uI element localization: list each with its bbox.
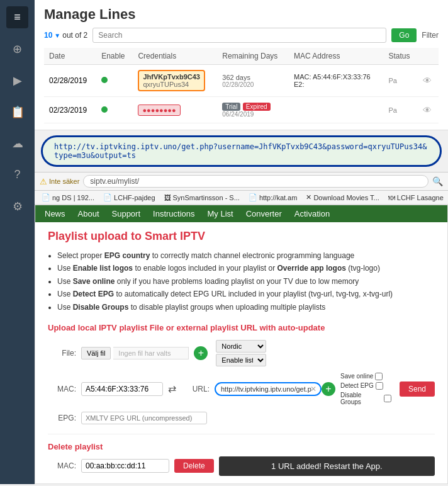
- delete-button[interactable]: Delete: [174, 459, 214, 473]
- mac-label: MAC:: [48, 385, 76, 393]
- table-row: 02/23/2019 ●●●●●●●● Trial Expired 06/24/…: [44, 97, 439, 123]
- convert-icon[interactable]: ⇄: [168, 383, 176, 395]
- nav-support[interactable]: Support: [112, 209, 141, 218]
- count-num: 10: [44, 31, 52, 40]
- bookmark-label-lchf: LCHF-pajdeg: [114, 194, 155, 201]
- eye-icon[interactable]: 👁: [423, 76, 432, 86]
- nav-converter[interactable]: Converter: [246, 209, 282, 218]
- bookmark-kat[interactable]: 📄 http://kat.am: [247, 193, 300, 202]
- url-text: http://tv.iptvking.iptv.uno/get.php?user…: [54, 142, 427, 160]
- creds-masked: ●●●●●●●●: [142, 106, 176, 114]
- sidebar-icon-cloud[interactable]: ☁: [6, 132, 28, 154]
- days-expiry-2: 06/24/2019: [222, 111, 284, 118]
- warning-text: Inte säker: [49, 178, 79, 185]
- browser-url-text: siptv.eu/mylist/: [90, 177, 139, 186]
- url-input[interactable]: [215, 382, 322, 396]
- tag-expired: Expired: [243, 103, 271, 111]
- detect-epg-label: Detect EPG: [340, 382, 374, 389]
- col-status: Status: [383, 48, 418, 65]
- col-enable: Enable: [96, 48, 133, 65]
- bookmark-ds[interactable]: 📄 ng DS | 192...: [40, 193, 96, 202]
- sidebar-icon-add[interactable]: ⊕: [6, 38, 28, 60]
- eye-icon-2[interactable]: 👁: [423, 105, 432, 115]
- go-button[interactable]: Go: [391, 28, 417, 42]
- browser-chrome: ⚠ Inte säker siptv.eu/mylist/ 🔍: [35, 172, 448, 191]
- mac-main: MAC: A5:44:6F:X3:33:76: [294, 73, 378, 81]
- count-arrow[interactable]: ▼: [54, 32, 60, 39]
- bookmark-icon-dl: ✕: [306, 193, 311, 201]
- credentials-box: JhfVKpTvxb9C43 qxryuTUPus34: [138, 70, 204, 91]
- siptv-title: Playlist upload to Smart IPTV: [48, 230, 435, 243]
- row1-enable: [96, 65, 133, 97]
- delete-mac-input[interactable]: [81, 459, 169, 473]
- nav-activation[interactable]: Activation: [294, 209, 330, 218]
- nav-about[interactable]: About: [78, 209, 99, 218]
- col-credentials: Credentials: [133, 48, 217, 65]
- browser-search-icon[interactable]: 🔍: [432, 176, 443, 186]
- row1-mac: MAC: A5:44:6F:X3:33:76 E2:: [289, 65, 383, 97]
- side-buttons: Save online Detect EPG Disable Groups: [340, 373, 391, 405]
- disable-groups-checkbox[interactable]: [384, 395, 391, 402]
- detect-epg-checkbox[interactable]: [376, 382, 383, 390]
- row1-creds: JhfVKpTvxb9C43 qxryuTUPus34: [133, 65, 217, 97]
- enable-dot-green: [101, 77, 108, 83]
- save-online-checkbox[interactable]: [375, 373, 383, 380]
- bookmark-icon-lasagne: 🍽: [388, 194, 395, 201]
- browser-url-bar[interactable]: siptv.eu/mylist/: [83, 175, 428, 188]
- sidebar-icon-menu[interactable]: ≡: [6, 6, 28, 28]
- enable-list-select[interactable]: Enable list: [216, 354, 266, 366]
- nordic-dropdown: Nordic Enable list: [216, 340, 266, 366]
- bookmark-icon-ds: 📄: [42, 193, 50, 201]
- url-add-button[interactable]: +: [322, 382, 335, 396]
- file-add-button[interactable]: +: [194, 346, 208, 360]
- browser-warning: ⚠ Inte säker: [40, 177, 79, 186]
- days-expiry: 02/28/2020: [222, 81, 284, 88]
- siptv-page: News About Support Instructions My List …: [35, 205, 448, 484]
- search-input[interactable]: [92, 28, 386, 43]
- row1-action[interactable]: 👁: [418, 65, 439, 97]
- filter-button[interactable]: Filter: [422, 31, 439, 40]
- nav-instructions[interactable]: Instructions: [153, 209, 194, 218]
- save-online-row: Save online: [340, 373, 391, 380]
- nav-mylist[interactable]: My List: [208, 209, 233, 218]
- sidebar-icon-settings[interactable]: ⚙: [6, 195, 28, 217]
- nav-news[interactable]: News: [45, 209, 65, 218]
- instruction-3: Use Save online only if you have problem…: [57, 275, 435, 288]
- status-label: Pa: [388, 77, 396, 84]
- sidebar-icon-play[interactable]: ▶: [6, 69, 28, 91]
- bookmark-label-dl: Download Movies T...: [313, 194, 379, 201]
- row2-date: 02/23/2019: [44, 97, 96, 123]
- success-bar: 1 URL added! Restart the App.: [219, 456, 435, 476]
- instruction-2: Use Enable list logos to enable logos in…: [57, 262, 435, 274]
- out-of-label: out of 2: [62, 31, 87, 40]
- bookmark-dl[interactable]: ✕ Download Movies T...: [304, 193, 381, 202]
- choose-file-button[interactable]: Välj fil: [81, 347, 111, 359]
- url-input-area: ✕: [215, 382, 316, 396]
- days-count: 362 days: [222, 74, 284, 81]
- bookmark-label-kat: http://kat.am: [259, 194, 298, 201]
- upload-section-title: Upload local IPTV playlist File or exter…: [48, 323, 435, 332]
- bookmark-syn[interactable]: 🖼 SynSmartinsson - S...: [162, 193, 242, 202]
- url-bar-section: http://tv.iptvking.iptv.uno/get.php?user…: [41, 135, 442, 167]
- bookmark-lasagne[interactable]: 🍽 LCHF Lasagne: [386, 193, 445, 202]
- bookmark-icon-syn: 🖼: [164, 194, 171, 201]
- row2-action[interactable]: 👁: [418, 97, 439, 123]
- nordic-select[interactable]: Nordic: [216, 340, 266, 353]
- row1-date: 02/28/2019: [44, 65, 96, 97]
- mac-url-row: MAC: ⇄ URL: ✕ + Save online: [48, 373, 435, 405]
- disable-groups-label: Disable Groups: [340, 392, 382, 405]
- bookmark-lchf[interactable]: 📄 LCHF-pajdeg: [101, 193, 157, 202]
- file-label: File:: [48, 349, 76, 358]
- row2-enable: [96, 97, 133, 123]
- sidebar-icon-list[interactable]: 📋: [6, 101, 28, 123]
- url-clear-button[interactable]: ✕: [310, 385, 316, 393]
- bookmarks-bar: 📄 ng DS | 192... 📄 LCHF-pajdeg 🖼 SynSmar…: [35, 191, 448, 205]
- mac-input[interactable]: [81, 382, 163, 396]
- warning-icon: ⚠: [40, 177, 47, 186]
- status-label-2: Pa: [388, 106, 396, 114]
- send-button[interactable]: Send: [400, 381, 435, 397]
- file-placeholder: Ingen fil har valts: [113, 347, 189, 359]
- sidebar-icon-help[interactable]: ?: [6, 164, 28, 186]
- epg-input[interactable]: [81, 412, 207, 424]
- creds-username: JhfVKpTvxb9C43: [143, 73, 199, 81]
